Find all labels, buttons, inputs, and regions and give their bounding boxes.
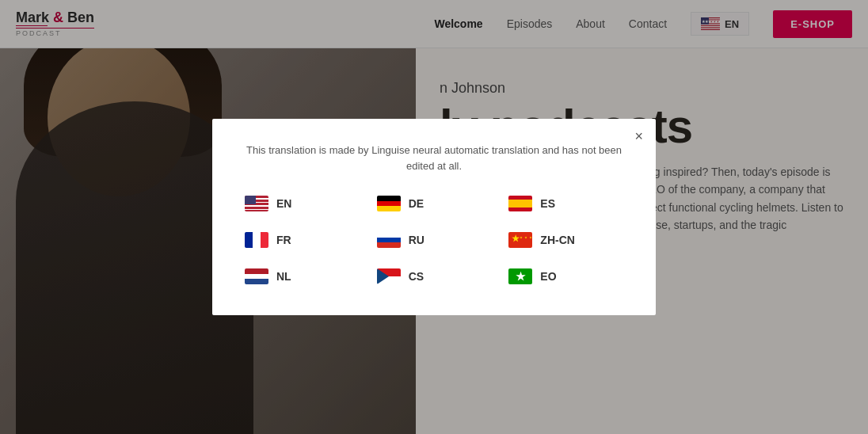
language-grid: EN DE ES FR RU ZH-CN: [240, 192, 628, 287]
flag-fr: [245, 232, 268, 248]
lang-label-es: ES: [540, 197, 555, 210]
modal-overlay: × This translation is made by Linguise n…: [0, 0, 868, 434]
modal-notice: This translation is made by Linguise neu…: [240, 143, 628, 173]
flag-ru: [377, 232, 401, 248]
flag-zh: [508, 232, 532, 248]
lang-label-ru: RU: [409, 234, 424, 246]
lang-option-en[interactable]: EN: [240, 192, 364, 215]
lang-label-fr: FR: [276, 234, 291, 246]
lang-label-eo: EO: [540, 270, 556, 283]
lang-option-eo[interactable]: EO: [504, 265, 628, 287]
lang-option-fr[interactable]: FR: [240, 229, 364, 251]
flag-nl: [245, 268, 268, 284]
lang-option-zh[interactable]: ZH-CN: [504, 229, 628, 251]
flag-eo: [508, 268, 532, 284]
modal-close-button[interactable]: ×: [634, 128, 643, 145]
flag-de: [377, 196, 401, 211]
lang-option-es[interactable]: ES: [504, 192, 628, 215]
lang-option-nl[interactable]: NL: [240, 265, 364, 287]
lang-label-en: EN: [276, 197, 291, 210]
lang-option-ru[interactable]: RU: [372, 229, 497, 251]
flag-cs: [377, 268, 401, 284]
flag-en: [245, 196, 268, 211]
lang-label-de: DE: [409, 197, 424, 210]
flag-es: [508, 196, 532, 211]
lang-label-nl: NL: [276, 270, 291, 283]
lang-label-zh: ZH-CN: [540, 234, 575, 246]
lang-label-cs: CS: [409, 270, 424, 283]
lang-option-cs[interactable]: CS: [372, 265, 497, 287]
language-modal: × This translation is made by Linguise n…: [212, 119, 656, 315]
lang-option-de[interactable]: DE: [372, 192, 497, 215]
